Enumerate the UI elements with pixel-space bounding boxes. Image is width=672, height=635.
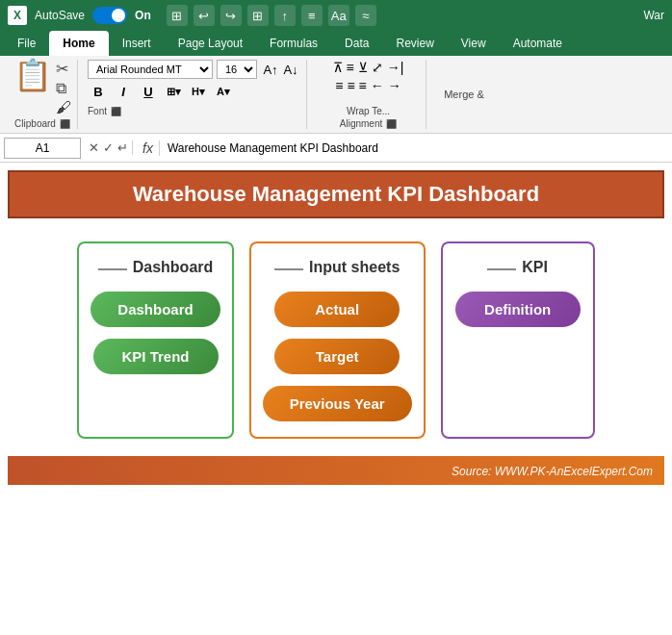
tab-automate[interactable]: Automate [500, 31, 576, 56]
target-button[interactable]: Target [274, 339, 400, 374]
excel-logo-icon: X [8, 6, 27, 25]
toggle-state-label: On [135, 9, 151, 22]
titlebar-icons: ⊞ ↩ ↪ ⊞ ↑ ≡ Aa ≈ [167, 5, 376, 26]
paste-icon[interactable]: 📋 [13, 60, 52, 90]
main-content: Warehouse Management KPI Dashboard Dashb… [0, 163, 672, 493]
align-left-icon[interactable]: ≡ [335, 78, 343, 93]
source-text: Source: WWW.PK-AnExcelExpert.Com [452, 465, 653, 478]
kpi-divider-icon [487, 268, 516, 270]
italic-button[interactable]: I [113, 81, 134, 102]
font-size-select[interactable]: 16 [217, 60, 257, 79]
font-label: Font [88, 106, 107, 116]
align-middle-icon[interactable]: ≡ [347, 60, 354, 75]
abc-icon[interactable]: Aa [328, 5, 349, 26]
dashboard-title: Warehouse Management KPI Dashboard [133, 182, 539, 206]
formula-bar-icons: ✕ ✓ ↵ [85, 140, 133, 155]
kpi-column-title: KPI [522, 259, 548, 276]
tab-view[interactable]: View [448, 31, 500, 56]
redo-icon[interactable]: ↩ [194, 5, 215, 26]
undo-icon[interactable]: ⊞ [167, 5, 188, 26]
merge-group: Merge & [430, 60, 498, 129]
tab-review[interactable]: Review [382, 31, 447, 56]
kpi-column: KPI Definition [441, 241, 595, 439]
dashboard-divider-icon [98, 268, 127, 270]
definition-button[interactable]: Definition [455, 292, 581, 327]
clipboard-group: 📋 ✂ ⧉ 🖌 Clipboard ⬛ [8, 60, 78, 129]
dashboard-button[interactable]: Dashboard [90, 292, 220, 327]
tab-insert[interactable]: Insert [109, 31, 165, 56]
nav-area: Dashboard Dashboard KPI Trend Input shee… [8, 234, 664, 446]
tab-home[interactable]: Home [49, 31, 108, 56]
font-color-button[interactable]: A▾ [213, 81, 234, 102]
indent-icon[interactable]: →| [387, 60, 404, 75]
orientation-icon[interactable]: ⤢ [372, 60, 383, 75]
input-divider-icon [274, 268, 303, 270]
cut-icon[interactable]: ✂ [56, 60, 71, 78]
wrap-text-label: Wrap Te... [347, 106, 390, 116]
alignment-label: Alignment [340, 118, 382, 129]
autosave-toggle[interactable] [92, 7, 127, 24]
formula-input[interactable] [164, 141, 668, 155]
autosave-label: AutoSave [35, 9, 85, 22]
formula-fx-label: fx [137, 140, 160, 156]
font-expand-icon[interactable]: ⬛ [111, 107, 121, 116]
spell-icon[interactable]: ≈ [355, 5, 376, 26]
ribbon-toolbar: 📋 ✂ ⧉ 🖌 Clipboard ⬛ Arial Rounded MT 16 … [0, 56, 672, 134]
font-name-select[interactable]: Arial Rounded MT [88, 60, 213, 79]
dashboard-column: Dashboard Dashboard KPI Trend [77, 241, 233, 439]
tab-page-layout[interactable]: Page Layout [165, 31, 256, 56]
actual-button[interactable]: Actual [274, 292, 400, 327]
tab-data[interactable]: Data [331, 31, 382, 56]
titlebar-title: War [643, 9, 664, 22]
highlight-button[interactable]: H▾ [188, 81, 209, 102]
kpi-trend-button[interactable]: KPI Trend [93, 339, 219, 374]
input-sheets-column: Input sheets Actual Target Previous Year [249, 241, 426, 439]
formula-bar: ✕ ✓ ↵ fx [0, 134, 672, 163]
merge-label[interactable]: Merge & [444, 89, 484, 100]
alignment-group: ⊼ ≡ ⊻ ⤢ →| ≡ ≡ ≡ ← → Wrap Te... Alignmen… [311, 60, 426, 129]
font-group: Arial Rounded MT 16 A↑ A↓ B I U ⊞▾ H▾ A▾… [82, 60, 307, 129]
decrease-font-button[interactable]: A↓ [281, 60, 300, 79]
underline-button[interactable]: U [138, 81, 159, 102]
formula-cross-icon[interactable]: ✓ [103, 140, 114, 155]
align-bottom-icon[interactable]: ⊻ [358, 60, 368, 75]
toggle-knob-icon [112, 9, 125, 22]
increase-indent-icon[interactable]: → [388, 78, 401, 93]
share-icon[interactable]: ↑ [274, 5, 296, 26]
source-footer: Source: WWW.PK-AnExcelExpert.Com [8, 456, 664, 485]
cell-reference-input[interactable] [4, 138, 81, 159]
format-painter-icon[interactable]: 🖌 [56, 99, 71, 116]
tab-formulas[interactable]: Formulas [256, 31, 331, 56]
increase-font-button[interactable]: A↑ [261, 60, 280, 79]
decrease-indent-icon[interactable]: ← [371, 78, 384, 93]
clipboard-expand-icon[interactable]: ⬛ [60, 119, 70, 129]
tab-file[interactable]: File [4, 31, 49, 56]
border-button[interactable]: ⊞▾ [163, 81, 184, 102]
previous-year-button[interactable]: Previous Year [263, 386, 412, 421]
redo2-icon[interactable]: ↪ [220, 5, 242, 26]
dashboard-header: Warehouse Management KPI Dashboard [8, 170, 664, 218]
ribbon-tabs: File Home Insert Page Layout Formulas Da… [0, 31, 672, 56]
formula-checkmark-icon[interactable]: ✕ [89, 140, 99, 155]
align-right-icon[interactable]: ≡ [359, 78, 367, 93]
align-center-icon[interactable]: ≡ [347, 78, 354, 93]
align-top-icon[interactable]: ⊼ [333, 60, 343, 75]
copy-icon[interactable]: ⧉ [56, 80, 71, 97]
filter-icon[interactable]: ≡ [301, 5, 323, 26]
dashboard-column-title: Dashboard [133, 259, 214, 276]
clipboard-label: Clipboard [14, 118, 56, 129]
bold-button[interactable]: B [88, 81, 109, 102]
input-column-title: Input sheets [309, 259, 400, 276]
titlebar: X AutoSave On ⊞ ↩ ↪ ⊞ ↑ ≡ Aa ≈ War [0, 0, 672, 31]
grid-icon[interactable]: ⊞ [247, 5, 269, 26]
formula-enter-icon[interactable]: ↵ [117, 140, 128, 155]
alignment-expand-icon[interactable]: ⬛ [386, 119, 397, 129]
